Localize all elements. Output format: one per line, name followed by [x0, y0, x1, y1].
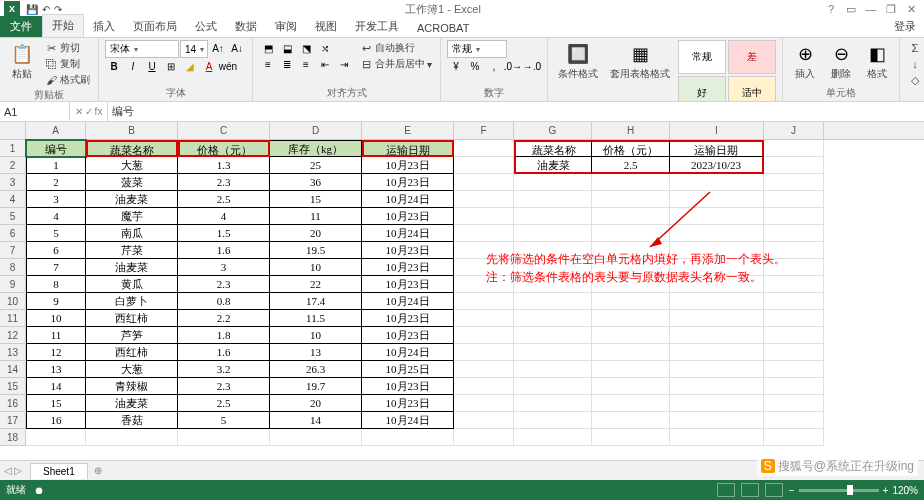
cell[interactable]: 11: [26, 327, 86, 344]
cell[interactable]: 价格（元）: [178, 140, 270, 157]
restore-icon[interactable]: ❐: [882, 3, 900, 16]
zoom-in-icon[interactable]: +: [883, 485, 889, 496]
format-cells-button[interactable]: ◧格式: [861, 40, 893, 83]
cell[interactable]: 19.5: [270, 242, 362, 259]
cell[interactable]: [764, 191, 824, 208]
cell[interactable]: [670, 344, 764, 361]
tab-insert[interactable]: 插入: [84, 16, 124, 37]
zoom-slider[interactable]: [799, 489, 879, 492]
decrease-font-icon[interactable]: A↓: [228, 40, 246, 56]
cell[interactable]: 10月23日: [362, 378, 454, 395]
cell[interactable]: 运输日期: [670, 140, 764, 157]
cell[interactable]: [592, 310, 670, 327]
cell[interactable]: 11.5: [270, 310, 362, 327]
select-all-corner[interactable]: [0, 122, 26, 139]
cell[interactable]: 10月23日: [362, 327, 454, 344]
col-header-A[interactable]: A: [26, 122, 86, 139]
ribbon-display-icon[interactable]: ▭: [842, 3, 860, 16]
cell[interactable]: 15: [26, 395, 86, 412]
format-painter-button[interactable]: 🖌格式刷: [42, 72, 92, 88]
style-neutral[interactable]: 适中: [728, 76, 776, 102]
view-normal-icon[interactable]: [717, 483, 735, 497]
indent-dec-icon[interactable]: ⇤: [316, 56, 334, 72]
format-as-table-button[interactable]: ▦套用表格格式: [606, 40, 674, 83]
style-normal[interactable]: 常规: [678, 40, 726, 74]
row-header[interactable]: 18: [0, 429, 26, 446]
cell[interactable]: 菠菜: [86, 174, 178, 191]
cell[interactable]: 10月24日: [362, 225, 454, 242]
cell[interactable]: [592, 293, 670, 310]
row-header[interactable]: 3: [0, 174, 26, 191]
login-link[interactable]: 登录: [886, 16, 924, 37]
view-page-break-icon[interactable]: [765, 483, 783, 497]
cell[interactable]: 香菇: [86, 412, 178, 429]
cell[interactable]: [26, 429, 86, 446]
cell[interactable]: 14: [26, 378, 86, 395]
font-size-select[interactable]: 14: [180, 40, 208, 58]
cell[interactable]: 17.4: [270, 293, 362, 310]
comma-icon[interactable]: ,: [485, 58, 503, 74]
row-header[interactable]: 13: [0, 344, 26, 361]
cell[interactable]: 库存（kg）: [270, 140, 362, 157]
row-header[interactable]: 14: [0, 361, 26, 378]
cell[interactable]: 运输日期: [362, 140, 454, 157]
cell[interactable]: 10: [26, 310, 86, 327]
sheet-tab[interactable]: Sheet1: [30, 463, 88, 479]
cell[interactable]: [670, 429, 764, 446]
cell[interactable]: [454, 429, 514, 446]
cell[interactable]: 1.6: [178, 344, 270, 361]
row-header[interactable]: 4: [0, 191, 26, 208]
underline-button[interactable]: U: [143, 58, 161, 74]
cell[interactable]: 油麦菜: [86, 191, 178, 208]
cell[interactable]: 13: [270, 344, 362, 361]
fx-buttons[interactable]: ✕✓fx: [70, 102, 108, 121]
cell[interactable]: 魔芋: [86, 208, 178, 225]
cell[interactable]: 10: [270, 327, 362, 344]
row-header[interactable]: 15: [0, 378, 26, 395]
font-color-button[interactable]: A: [200, 58, 218, 74]
cell[interactable]: 12: [26, 344, 86, 361]
cell[interactable]: 8: [26, 276, 86, 293]
col-header-J[interactable]: J: [764, 122, 824, 139]
cell[interactable]: [764, 157, 824, 174]
zoom-level[interactable]: 120%: [892, 485, 918, 496]
cell[interactable]: 10: [270, 259, 362, 276]
cell[interactable]: 20: [270, 395, 362, 412]
help-icon[interactable]: ?: [822, 3, 840, 16]
cell[interactable]: 7: [26, 259, 86, 276]
cell[interactable]: [454, 191, 514, 208]
col-header-C[interactable]: C: [178, 122, 270, 139]
cell[interactable]: 2: [26, 174, 86, 191]
cell[interactable]: 西红柿: [86, 310, 178, 327]
cell[interactable]: 2.3: [178, 174, 270, 191]
zoom-out-icon[interactable]: −: [789, 485, 795, 496]
cell[interactable]: 1.3: [178, 157, 270, 174]
style-bad[interactable]: 差: [728, 40, 776, 74]
cell[interactable]: [454, 378, 514, 395]
tab-data[interactable]: 数据: [226, 16, 266, 37]
macro-record-icon[interactable]: ⏺: [34, 485, 44, 496]
cell[interactable]: 3: [178, 259, 270, 276]
minimize-icon[interactable]: —: [862, 3, 880, 16]
cell[interactable]: [454, 327, 514, 344]
cell[interactable]: [592, 429, 670, 446]
cell[interactable]: 3: [26, 191, 86, 208]
cell[interactable]: [764, 174, 824, 191]
cell[interactable]: 西红柿: [86, 344, 178, 361]
cell[interactable]: [764, 310, 824, 327]
row-header[interactable]: 6: [0, 225, 26, 242]
bold-button[interactable]: B: [105, 58, 123, 74]
cell[interactable]: 10月25日: [362, 361, 454, 378]
formula-input[interactable]: 编号: [108, 102, 924, 121]
tab-review[interactable]: 审阅: [266, 16, 306, 37]
row-header[interactable]: 10: [0, 293, 26, 310]
cell[interactable]: [454, 293, 514, 310]
cell[interactable]: [454, 174, 514, 191]
cell[interactable]: 11: [270, 208, 362, 225]
row-header[interactable]: 2: [0, 157, 26, 174]
merge-center-button[interactable]: ⊟合并后居中 ▾: [357, 56, 434, 72]
cell[interactable]: [362, 429, 454, 446]
cell[interactable]: [270, 429, 362, 446]
cell[interactable]: [764, 327, 824, 344]
cell[interactable]: 15: [270, 191, 362, 208]
